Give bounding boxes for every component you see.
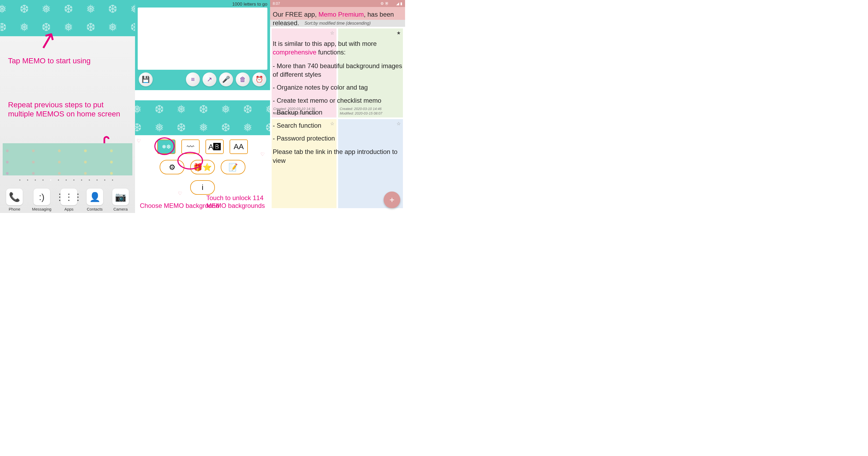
char-counter: 1000 letters to go [138,2,267,7]
heart-icon: ♡ [136,138,141,144]
delete-button[interactable]: 🗑 [236,73,250,86]
memo-list-panel: 8:07 ⚙ ⛨ ◢ ▮ Sort:by modified time (desc… [270,0,405,213]
status-icons: ⚙ ⛨ ◢ ▮ [380,1,402,6]
memo-card[interactable]: ★ Created: 2020-03-10 14:46Modified: 202… [338,28,403,117]
circle-annotation-icon [154,137,175,155]
circle-annotation-icon [177,152,203,170]
align-button[interactable]: ≡ [186,73,200,86]
star-icon[interactable]: ☆ [330,121,334,126]
app-bar [270,7,405,20]
background-preview [135,100,270,135]
dock-phone[interactable]: 📞Phone [6,189,23,211]
memo-widget-snowflake[interactable] [0,0,135,36]
star-filled-icon[interactable]: ★ [397,30,401,36]
dock-camera[interactable]: 📷Camera [112,189,129,211]
messaging-icon: :) [33,189,50,205]
add-memo-fab[interactable]: + [384,192,400,208]
share-button[interactable]: ↗ [203,73,216,86]
repeat-steps-annotation: Repeat previous steps to put multiple ME… [8,100,121,118]
memo-card[interactable]: ☆ Created: 2020-03-10 14:36Modified: 202… [272,28,337,117]
memo-textarea[interactable] [138,7,267,70]
star-icon[interactable]: ☆ [330,30,334,36]
dock-contacts[interactable]: 👤Contacts [87,189,103,211]
heart-icon: ♡ [178,191,182,196]
status-bar: 8:07 ⚙ ⛨ ◢ ▮ [270,0,405,7]
phone-icon: 📞 [6,189,23,205]
status-time: 8:07 [273,1,280,6]
dock-messaging[interactable]: :)Messaging [32,189,52,211]
apps-icon: ⋮⋮⋮ [61,189,77,205]
contacts-icon: 👤 [87,189,103,205]
tap-memo-annotation: Tap MEMO to start using [8,56,91,65]
heart-icon: ♡ [260,151,265,157]
dock: 📞Phone :)Messaging ⋮⋮⋮Apps 👤Contacts 📷Ca… [0,185,135,213]
info-option[interactable]: i [190,180,215,195]
dock-apps[interactable]: ⋮⋮⋮Apps [61,189,77,211]
sort-bar[interactable]: Sort:by modified time (descending) [270,20,405,27]
star-icon[interactable]: ☆ [397,121,401,126]
options-grid: ♡ ♡ ♡ ❅❆ 〰 A🅱 AA ⚙ 🎁⭐ 📝 i [135,135,270,199]
page-indicator[interactable]: ● ● ● ● ● ● ● ● ● ● ● ● ● [0,178,135,181]
mic-button[interactable]: 🎤 [219,73,233,86]
save-button[interactable]: 💾 [139,73,153,86]
camera-icon: 📷 [112,189,129,205]
memo-editor-panel: 1000 letters to go 💾 ≡ ↗ 🎤 🗑 ⏰ ♡ ♡ ♡ ❅❆ … [135,0,270,213]
font-color-option[interactable]: A🅱 [206,140,224,154]
memo-list-option[interactable]: 📝 [221,160,245,174]
font-size-option[interactable]: AA [229,140,248,154]
unlock-bg-annotation: Touch to unlock 114 MEMO backgrounds [206,194,270,210]
cards-grid: ☆ Created: 2020-03-10 14:36Modified: 202… [270,27,405,210]
home-screen-panel: ↗ Tap MEMO to start using Repeat previou… [0,0,135,213]
alarm-button[interactable]: ⏰ [252,73,266,86]
memo-widget-polka[interactable] [3,143,132,175]
memo-card[interactable]: ☆ [272,119,337,208]
